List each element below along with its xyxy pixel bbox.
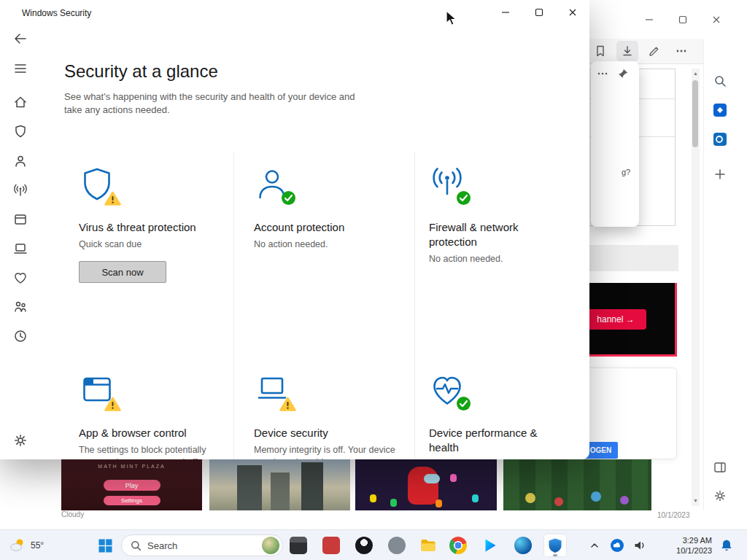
microsoft-365-icon[interactable] (712, 102, 728, 118)
taskbar-weather-widget[interactable]: 55° (3, 530, 50, 560)
scrollbar-thumb[interactable] (692, 80, 698, 147)
windows-security-icon[interactable] (543, 534, 567, 557)
weather-icon (9, 537, 26, 554)
windows-security-window: Windows Security Security at a glance Se… (0, 0, 589, 459)
shield-warning-icon (79, 166, 120, 207)
weather-temp: 55° (31, 540, 44, 551)
edge-minimize-button[interactable] (632, 9, 666, 30)
network-check-icon (429, 166, 470, 207)
search-icon (131, 540, 142, 551)
settings-gear-icon[interactable] (13, 433, 28, 448)
card-title: App & browser control (79, 426, 217, 440)
taskbar: 55° Search (0, 529, 747, 560)
crewmate-figure (408, 467, 438, 505)
sidebar-item-history[interactable] (13, 329, 28, 343)
desktop: b g? hannel → OGEN ▲ ▼ MATH MINT PLAZA P… (0, 0, 747, 560)
edge-icon[interactable] (511, 534, 535, 557)
play-button[interactable]: Play (104, 480, 160, 491)
card-title: Device performance & health (429, 426, 568, 455)
column-divider (414, 152, 415, 459)
settings-button[interactable]: Settings (104, 496, 160, 505)
sidebar-item-account[interactable] (13, 154, 28, 168)
scan-now-button[interactable]: Scan now (79, 261, 166, 283)
scroll-up-icon[interactable]: ▲ (692, 70, 700, 77)
add-sidebar-item-icon[interactable] (712, 166, 728, 182)
sidebar-item-family[interactable] (13, 300, 28, 314)
game-thumbnail-4[interactable] (503, 459, 651, 510)
window-title: Windows Security (22, 8, 91, 18)
app-icon-red[interactable] (320, 534, 343, 557)
person-check-icon (254, 166, 295, 207)
app-icon-dark-window[interactable] (287, 534, 310, 557)
sidebar-item-home[interactable] (13, 95, 28, 109)
outlook-icon[interactable] (712, 131, 728, 147)
sidebar-item-device-security[interactable] (13, 241, 28, 256)
card-device-performance[interactable]: Device performance & health No action ne… (429, 372, 586, 459)
notification-bell-icon[interactable] (715, 534, 738, 557)
volume-icon[interactable] (628, 534, 651, 557)
window-controls (489, 0, 589, 25)
clock-date: 10/1/2023 (652, 545, 712, 556)
favorites-icon[interactable] (589, 41, 611, 61)
google-play-icon[interactable] (479, 534, 502, 557)
start-button[interactable] (93, 534, 117, 557)
sidebar-item-app-browser[interactable] (13, 212, 28, 227)
edge-scrollbar[interactable]: ▲ ▼ (692, 69, 700, 506)
edge-maximize-button[interactable] (666, 9, 700, 30)
onedrive-icon[interactable] (605, 534, 629, 557)
page-subtitle: See what's happening with the security a… (64, 90, 356, 117)
edge-toolbar (588, 39, 703, 64)
edge-window-controls (632, 9, 733, 30)
close-button[interactable] (556, 0, 589, 25)
sidebar-item-device-performance[interactable] (13, 271, 28, 285)
maximize-button[interactable] (522, 0, 556, 25)
obs-icon[interactable] (352, 534, 376, 557)
flyout-link-fragment[interactable]: g? (622, 168, 630, 176)
sidebar-item-virus-threat[interactable] (13, 124, 28, 139)
card-firewall-network[interactable]: Firewall & network protection No action … (429, 166, 586, 265)
chrome-icon[interactable] (446, 534, 470, 557)
card-device-security[interactable]: Device security Memory integrity is off.… (254, 372, 411, 459)
active-app-indicator (553, 554, 557, 556)
card-status: No action needed. (254, 238, 400, 251)
card-status: No action needed. (429, 253, 575, 265)
card-title: Device security (254, 426, 392, 440)
web-capture-icon[interactable] (643, 41, 665, 61)
edge-sidebar-rail (703, 39, 735, 510)
edge-close-button[interactable] (700, 9, 733, 30)
taskbar-search[interactable]: Search (121, 534, 283, 556)
more-options-icon[interactable] (670, 41, 692, 61)
card-title: Virus & threat protection (79, 220, 217, 235)
minimize-button[interactable] (489, 0, 522, 25)
downloads-icon[interactable] (616, 41, 638, 61)
sidebar-item-firewall[interactable] (13, 183, 28, 198)
subscribe-channel-button[interactable]: hannel → (585, 309, 646, 330)
page-gray-button[interactable] (582, 245, 678, 271)
taskbar-clock[interactable]: 3:29 AM 10/1/2023 (652, 535, 712, 556)
crewmate-visor (424, 474, 440, 483)
flyout-more-icon[interactable] (597, 69, 608, 82)
file-explorer-icon[interactable] (417, 534, 440, 557)
game-thumbnail-1[interactable]: MATH MINT PLAZA Play Settings (61, 459, 202, 510)
sidebar-settings-icon[interactable] (712, 488, 728, 504)
game-thumbnail-3[interactable] (355, 459, 497, 510)
menu-icon[interactable] (13, 61, 28, 76)
app-icon-gray[interactable] (385, 534, 409, 557)
back-icon[interactable] (13, 31, 28, 46)
mouse-cursor (445, 10, 460, 29)
sidebar-search-icon[interactable] (712, 73, 728, 89)
game-thumbnail-2[interactable] (209, 459, 350, 510)
downloads-flyout: g? (591, 61, 639, 227)
search-highlight-avatar[interactable] (262, 537, 279, 554)
tray-chevron-icon[interactable] (583, 534, 606, 557)
pin-icon[interactable] (617, 68, 629, 82)
page-title: Security at a glance (64, 61, 218, 82)
card-app-browser-control[interactable]: App & browser control The settings to bl… (79, 372, 236, 459)
app-window-warning-icon (79, 372, 120, 413)
scroll-down-icon[interactable]: ▼ (692, 497, 700, 505)
card-account-protection[interactable]: Account protection No action needed. (254, 166, 411, 251)
sidebar-panel-icon[interactable] (712, 459, 728, 475)
card-status: No action needed. (429, 459, 575, 459)
card-virus-threat-protection[interactable]: Virus & threat protection Quick scan due… (79, 166, 236, 283)
device-warning-icon (254, 372, 295, 413)
